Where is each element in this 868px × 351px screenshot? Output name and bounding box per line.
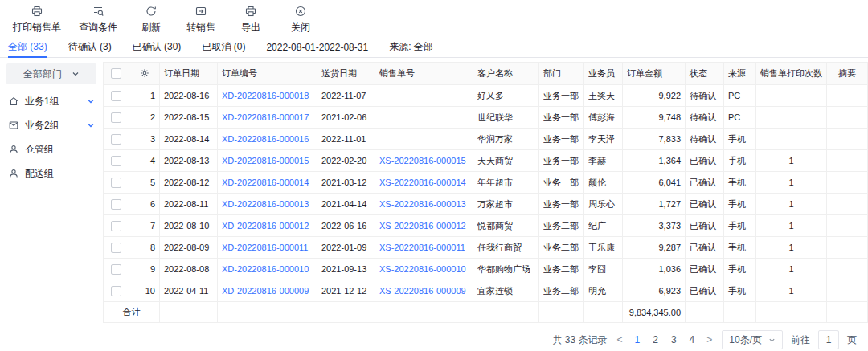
tab-pending-confirm[interactable]: 待确认 (3) [68, 37, 112, 57]
header-print-count[interactable]: 销售单打印次数 [756, 63, 827, 85]
table-row[interactable]: 10 2022-04-11 XD-20220816-000009 2021-12… [104, 280, 868, 302]
order-date: 2022-08-12 [160, 172, 218, 194]
table-row[interactable]: 3 2022-08-14 XD-20220816-000016 2022-11-… [104, 129, 868, 150]
select-all-checkbox[interactable] [111, 68, 121, 79]
sales-number-link[interactable]: XS-20220816-000014 [379, 178, 466, 187]
page-number-3[interactable]: 3 [669, 334, 679, 345]
header-order-date[interactable]: 订单日期 [160, 63, 218, 85]
order-number-link[interactable]: XD-20220816-000013 [222, 199, 309, 209]
page-size-select[interactable]: 10条/页 [722, 330, 783, 349]
column-settings-cell[interactable] [129, 63, 160, 85]
source: PC [724, 85, 756, 107]
row-checkbox[interactable] [111, 91, 121, 101]
table-row[interactable]: 2 2022-08-15 XD-20220816-000017 2021-02-… [104, 107, 868, 129]
export-button[interactable]: 导出 [235, 5, 267, 35]
order-number-link[interactable]: XD-20220816-000014 [222, 178, 309, 187]
next-page-button[interactable]: > [705, 334, 714, 345]
order-number-link[interactable]: XD-20220816-000009 [222, 286, 309, 296]
row-checkbox[interactable] [111, 199, 121, 210]
table-row[interactable]: 1 2022-08-16 XD-20220816-000018 2022-11-… [104, 85, 868, 107]
header-customer-name[interactable]: 客户名称 [473, 63, 539, 85]
sidebar-item-business-group-2[interactable]: 业务2组 [6, 113, 96, 137]
row-select-cell[interactable] [104, 237, 129, 259]
transfer-to-sales-button[interactable]: 转销售 [185, 5, 217, 35]
table-row[interactable]: 7 2022-08-10 XD-20220816-000012 2022-06-… [104, 215, 868, 237]
tab-cancelled[interactable]: 已取消 (0) [202, 37, 245, 57]
sales-number-link[interactable]: XS-20220816-000009 [379, 286, 466, 296]
row-select-cell[interactable] [104, 85, 129, 107]
total-records-text: 共 33 条记录 [553, 333, 608, 347]
table-row[interactable]: 5 2022-08-12 XD-20220816-000014 2021-03-… [104, 172, 868, 194]
row-select-cell[interactable] [104, 107, 129, 129]
sales-number-link[interactable]: XS-20220816-000015 [379, 156, 466, 165]
order-number-link[interactable]: XD-20220816-000016 [222, 134, 309, 144]
prev-page-button[interactable]: < [616, 334, 624, 345]
sidebar-item-business-group-1[interactable]: 业务1组 [6, 89, 96, 113]
row-checkbox[interactable] [111, 286, 121, 296]
sales-number-link[interactable]: XS-20220816-000011 [379, 243, 465, 252]
sales-number-link[interactable]: XS-20220816-000012 [379, 221, 466, 231]
refresh-button[interactable]: 刷新 [135, 5, 167, 35]
page-number-2[interactable]: 2 [650, 334, 661, 345]
row-select-cell[interactable] [104, 280, 129, 302]
tab-all[interactable]: 全部 (33) [8, 37, 47, 57]
order-number-cell: XD-20220816-000010 [218, 259, 317, 280]
row-checkbox[interactable] [111, 264, 121, 275]
person-icon [8, 168, 19, 179]
header-summary[interactable]: 摘要 [827, 63, 868, 85]
row-select-cell[interactable] [104, 194, 129, 215]
customer-name: 任我行商贸 [473, 237, 539, 259]
chevron-down-icon[interactable] [87, 121, 95, 129]
row-checkbox[interactable] [111, 134, 121, 145]
sidebar-item-warehouse-group[interactable]: 仓管组 [6, 137, 96, 161]
header-delivery-date[interactable]: 送货日期 [317, 63, 375, 85]
order-number-link[interactable]: XD-20220816-000015 [222, 156, 309, 165]
row-checkbox[interactable] [111, 112, 121, 123]
order-number-link[interactable]: XD-20220816-000018 [222, 91, 309, 100]
row-checkbox[interactable] [111, 221, 121, 231]
header-status[interactable]: 状态 [686, 63, 724, 85]
row-select-cell[interactable] [104, 215, 129, 237]
print-sales-order-button[interactable]: 打印销售单 [13, 5, 61, 35]
tab-confirmed[interactable]: 已确认 (30) [133, 37, 182, 57]
header-salesperson[interactable]: 业务员 [584, 63, 623, 85]
order-number-link[interactable]: XD-20220816-000012 [222, 221, 309, 231]
total-label: 合计 [104, 302, 160, 323]
close-button[interactable]: 关闭 [285, 5, 317, 35]
table-row[interactable]: 8 2022-08-09 XD-20220816-000011 2022-01-… [104, 237, 868, 259]
row-checkbox[interactable] [111, 178, 121, 188]
row-checkbox[interactable] [111, 156, 121, 166]
department-select[interactable]: 全部部门 [6, 63, 96, 84]
source-filter[interactable]: 来源: 全部 [389, 40, 433, 54]
row-select-cell[interactable] [104, 259, 129, 280]
select-all-cell[interactable] [104, 63, 129, 85]
date-range-filter[interactable]: 2022-08-01-2022-08-31 [266, 42, 368, 53]
header-order-number[interactable]: 订单编号 [218, 63, 317, 85]
sidebar-item-delivery-group[interactable]: 配送组 [6, 161, 96, 186]
order-number-link[interactable]: XD-20220816-000010 [222, 264, 309, 274]
table-row[interactable]: 6 2022-08-11 XD-20220816-000013 2021-04-… [104, 194, 868, 215]
table-row[interactable]: 9 2022-08-08 XD-20220816-000010 2021-09-… [104, 259, 868, 280]
table-row[interactable]: 4 2022-08-13 XD-20220816-000015 2022-02-… [104, 150, 868, 172]
row-select-cell[interactable] [104, 150, 129, 172]
header-sales-number[interactable]: 销售单号 [375, 63, 473, 85]
row-select-cell[interactable] [104, 129, 129, 150]
chevron-down-icon[interactable] [87, 97, 95, 105]
query-conditions-button[interactable]: 查询条件 [79, 5, 117, 35]
order-number-link[interactable]: XD-20220816-000017 [222, 112, 309, 122]
sales-number-link[interactable]: XS-20220816-000013 [379, 199, 466, 209]
gear-icon[interactable] [139, 67, 150, 79]
goto-page-input[interactable]: 1 [818, 330, 839, 349]
salesperson: 周乐心 [584, 194, 623, 215]
order-number-link[interactable]: XD-20220816-000011 [222, 243, 308, 252]
department: 业务一部 [539, 85, 584, 107]
row-checkbox[interactable] [111, 243, 121, 253]
header-department[interactable]: 部门 [539, 63, 584, 85]
row-select-cell[interactable] [104, 172, 129, 194]
header-order-amount[interactable]: 订单金额 [623, 63, 686, 85]
header-source[interactable]: 来源 [724, 63, 756, 85]
row-number: 4 [129, 150, 160, 172]
sales-number-link[interactable]: XS-20220816-000010 [379, 264, 466, 274]
page-number-4[interactable]: 4 [687, 334, 698, 345]
page-number-1[interactable]: 1 [633, 334, 643, 345]
